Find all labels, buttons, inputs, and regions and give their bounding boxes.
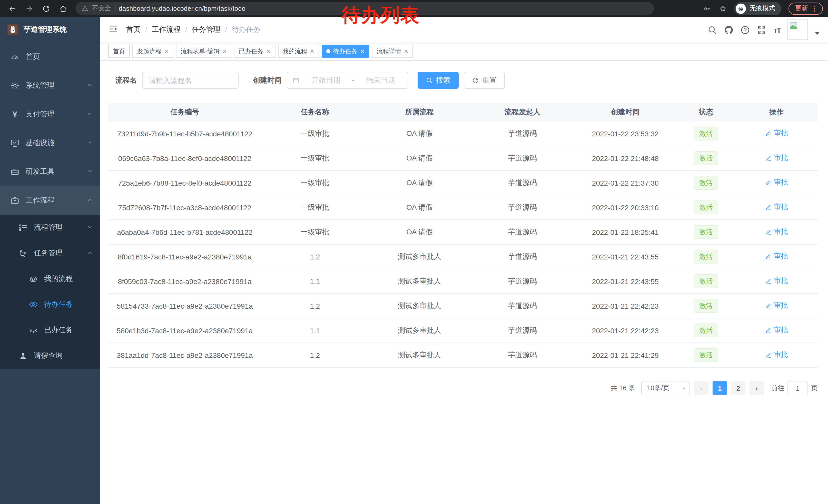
robot-face-icon xyxy=(29,274,38,283)
sidebar-item-done-tasks[interactable]: 已办任务 xyxy=(0,317,100,343)
approve-link[interactable]: 审批 xyxy=(765,129,788,138)
refresh-icon xyxy=(472,77,479,84)
approve-link-label: 审批 xyxy=(774,277,788,286)
tab-start-process[interactable]: 发起流程 ✕ xyxy=(132,45,173,58)
avatar-caret-down-icon[interactable] xyxy=(815,32,820,35)
sidebar-item-devtools[interactable]: 研发工具 xyxy=(0,157,100,186)
tab-todo-tasks[interactable]: 待办任务 ✕ xyxy=(322,45,369,58)
sidebar-item-label: 请假查询 xyxy=(34,351,63,360)
tab-my-process[interactable]: 我的流程 ✕ xyxy=(278,45,319,58)
approve-link[interactable]: 审批 xyxy=(765,252,788,261)
approve-link[interactable]: 审批 xyxy=(765,203,788,212)
status-badge: 激活 xyxy=(694,151,718,165)
browser-menu-dots-icon[interactable]: ⋮ xyxy=(811,5,818,12)
browser-home-icon[interactable] xyxy=(59,4,67,12)
chevron-down-icon xyxy=(87,139,93,147)
browser-back-icon[interactable] xyxy=(8,4,16,12)
tab-process-form-edit[interactable]: 流程表单-编辑 ✕ xyxy=(176,45,232,58)
approve-link[interactable]: 审批 xyxy=(765,326,788,335)
sidebar-item-payment[interactable]: ¥ 支付管理 xyxy=(0,100,100,129)
sidebar-item-todo-tasks[interactable]: 待办任务 xyxy=(0,292,100,317)
sidebar-item-infrastructure[interactable]: 基础设施 xyxy=(0,129,100,157)
breadcrumb-home[interactable]: 首页 xyxy=(126,25,140,34)
approve-link[interactable]: 审批 xyxy=(765,153,788,163)
avatar[interactable] xyxy=(787,19,808,40)
breadcrumb-workflow[interactable]: 工作流程 xyxy=(152,25,180,34)
sidebar-collapse-icon[interactable] xyxy=(108,24,118,36)
help-icon[interactable] xyxy=(741,25,750,35)
page-button-1[interactable]: 1 xyxy=(713,381,727,395)
task-name-cell: 一级审批 xyxy=(262,171,368,195)
search-icon[interactable] xyxy=(708,25,717,35)
create-time-cell: 2022-01-22 20:33:10 xyxy=(574,195,677,220)
gear-icon xyxy=(10,81,19,90)
reset-button[interactable]: 重置 xyxy=(464,72,505,89)
approve-link[interactable]: 审批 xyxy=(765,178,788,187)
starter-cell: 芋道源码 xyxy=(471,146,574,171)
bookmark-star-icon[interactable] xyxy=(719,4,727,12)
process-name-input[interactable] xyxy=(142,72,239,89)
tab-label: 首页 xyxy=(113,47,125,56)
close-icon[interactable]: ✕ xyxy=(266,48,271,54)
goto-page-input[interactable] xyxy=(787,381,808,395)
fullscreen-icon[interactable] xyxy=(757,25,767,35)
process-cell: OA 请假 xyxy=(368,122,471,146)
start-date-placeholder: 开始日期 xyxy=(304,76,348,85)
next-page-button[interactable]: › xyxy=(749,381,764,395)
approve-link[interactable]: 审批 xyxy=(765,351,788,360)
github-icon[interactable] xyxy=(724,25,734,35)
toolbox-icon xyxy=(10,167,19,176)
org-tree-icon xyxy=(18,249,28,258)
password-key-icon[interactable] xyxy=(703,4,711,12)
sidebar-item-my-process[interactable]: 我的流程 xyxy=(0,266,100,292)
tab-done-tasks[interactable]: 已办任务 ✕ xyxy=(234,45,275,58)
status-badge: 激活 xyxy=(694,200,718,214)
close-icon[interactable]: ✕ xyxy=(309,48,314,54)
approve-link[interactable]: 审批 xyxy=(765,301,788,311)
prev-page-button[interactable]: ‹ xyxy=(694,381,708,395)
sidebar-item-home[interactable]: 首页 xyxy=(0,43,100,71)
status-cell: 激活 xyxy=(677,269,735,293)
incognito-badge: 无痕模式 xyxy=(734,2,781,15)
close-icon[interactable]: ✕ xyxy=(222,48,227,54)
tab-home[interactable]: 首页 xyxy=(108,45,130,58)
close-icon[interactable]: ✕ xyxy=(360,48,365,54)
filter-form: 流程名 创建时间 开始日期 - 结束日期 搜索 重置 xyxy=(115,72,818,89)
approve-link[interactable]: 审批 xyxy=(765,277,788,286)
sidebar-item-leave-query[interactable]: 请假查询 xyxy=(0,343,100,369)
app-title: 芋道管理系统 xyxy=(24,25,67,34)
task-name-cell: 1.2 xyxy=(262,244,368,269)
approve-link-label: 审批 xyxy=(774,301,788,311)
approve-link-label: 审批 xyxy=(774,326,788,335)
actions-cell: 审批 xyxy=(735,195,818,220)
sidebar-item-system[interactable]: 系统管理 xyxy=(0,71,100,100)
process-cell: OA 请假 xyxy=(368,220,471,244)
page-size-select[interactable]: 10条/页 ▾ xyxy=(641,381,690,395)
table-row: 58154733-7ac8-11ec-a9e2-a2380e71991a 1.2… xyxy=(108,293,818,318)
approve-link[interactable]: 审批 xyxy=(765,227,788,237)
security-warning-icon[interactable] xyxy=(82,5,88,12)
process-name-label: 流程名 xyxy=(115,76,137,85)
chevron-up-icon xyxy=(87,249,93,258)
annotation-overlay: 待办列表 xyxy=(342,3,420,28)
sidebar-item-process-management[interactable]: 流程管理 xyxy=(0,215,100,240)
column-header-starter: 流程发起人 xyxy=(471,103,574,122)
search-button[interactable]: 搜索 xyxy=(418,72,459,89)
page-button-2[interactable]: 2 xyxy=(731,381,745,395)
approve-link-label: 审批 xyxy=(774,203,788,212)
date-range-picker[interactable]: 开始日期 - 结束日期 xyxy=(287,72,408,89)
close-icon[interactable]: ✕ xyxy=(164,48,169,54)
browser-reload-icon[interactable] xyxy=(42,4,50,12)
date-range-separator: - xyxy=(352,77,355,84)
browser-forward-icon[interactable] xyxy=(25,4,33,12)
close-icon[interactable]: ✕ xyxy=(404,48,408,54)
breadcrumb-task-management[interactable]: 任务管理 xyxy=(192,25,220,34)
edit-pen-icon xyxy=(765,130,772,137)
browser-update-button[interactable]: 更新 ⋮ xyxy=(788,2,823,15)
app-logo-row[interactable]: 芋道管理系统 xyxy=(0,17,100,43)
sidebar-item-task-management[interactable]: 任务管理 xyxy=(0,240,100,266)
tab-process-detail[interactable]: 流程详情 ✕ xyxy=(372,45,413,58)
font-size-icon[interactable]: тT xyxy=(773,26,781,34)
sidebar-item-workflow[interactable]: 工作流程 xyxy=(0,186,100,215)
process-cell: 测试多审批人 xyxy=(368,343,471,367)
